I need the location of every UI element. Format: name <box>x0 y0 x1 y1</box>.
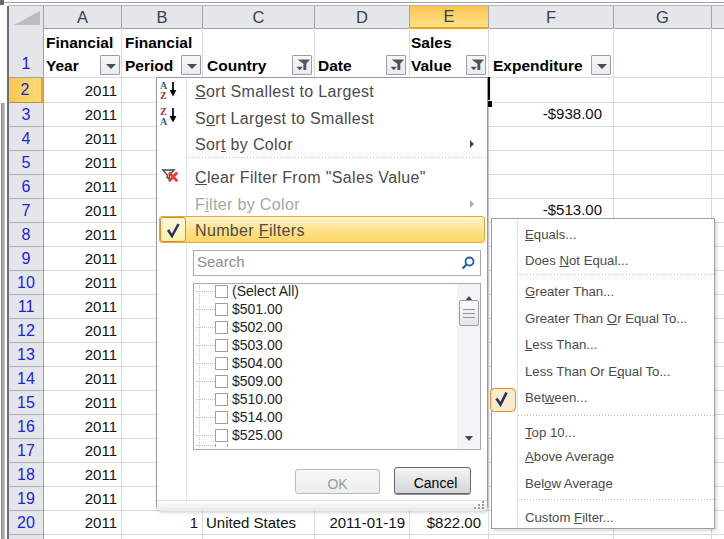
svg-text:Z: Z <box>160 90 167 101</box>
svg-text:A: A <box>160 116 168 127</box>
